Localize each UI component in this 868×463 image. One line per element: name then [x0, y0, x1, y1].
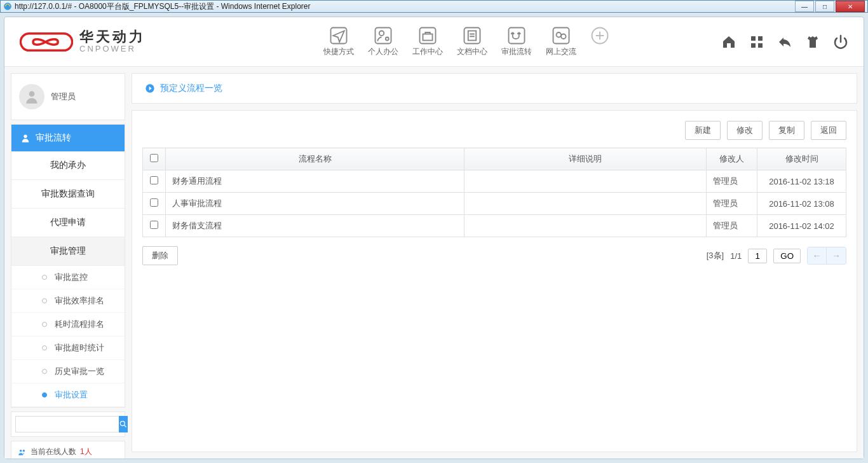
- reply-icon[interactable]: [777, 34, 792, 50]
- svg-point-20: [24, 135, 27, 138]
- th-time: 修改时间: [757, 148, 846, 170]
- table-row: 人事审批流程 管理员 2016-11-02 13:08: [143, 193, 846, 215]
- action-bar: 新建 修改 复制 返回: [142, 121, 846, 140]
- svg-point-12: [557, 32, 562, 38]
- sidebar-menu: 审批流转 我的承办 审批数据查询 代理申请 审批管理 审批监控 审批效率排名 耗…: [11, 124, 125, 408]
- user-gear-icon: [374, 26, 393, 45]
- svg-rect-9: [468, 31, 477, 41]
- pager: [3条] 1/1 GO ← →: [707, 247, 846, 265]
- copy-button[interactable]: 复制: [769, 121, 804, 140]
- plus-circle-icon: [590, 26, 609, 45]
- row-checkbox[interactable]: [150, 221, 158, 229]
- svg-rect-8: [465, 28, 480, 44]
- svg-point-23: [23, 449, 25, 452]
- online-users: 当前在线人数 1人: [11, 441, 125, 459]
- menu-item-data-query[interactable]: 审批数据查询: [11, 180, 125, 209]
- svg-rect-16: [758, 36, 763, 41]
- sub-history[interactable]: 历史审批一览: [11, 360, 125, 384]
- th-checkbox: [143, 148, 166, 170]
- shirt-icon[interactable]: [805, 34, 820, 50]
- avatar: [19, 84, 44, 109]
- back-button[interactable]: 返回: [811, 121, 846, 140]
- nav-center: 快捷方式 个人办公 工作中心 文档中心 审批流转 网上交流: [323, 26, 609, 57]
- svg-point-19: [29, 91, 35, 97]
- search-button[interactable]: [119, 416, 128, 432]
- user-small-icon: [20, 133, 31, 143]
- svg-point-22: [20, 449, 22, 452]
- svg-point-5: [386, 38, 389, 41]
- user-icon: [24, 88, 40, 105]
- search-input[interactable]: [15, 416, 119, 432]
- app-window: 华天动力 CNPOWER 快捷方式 个人办公 工作中心 文档中心: [4, 17, 864, 459]
- pager-input[interactable]: [748, 249, 767, 263]
- logo-text-cn: 华天动力: [79, 30, 146, 44]
- home-icon[interactable]: [721, 34, 736, 50]
- menu-group-manage[interactable]: 审批管理: [11, 237, 125, 266]
- th-name: 流程名称: [166, 148, 465, 170]
- svg-point-21: [120, 421, 125, 425]
- user-name: 管理员: [51, 91, 76, 102]
- menu-header-approval[interactable]: 审批流转: [11, 125, 125, 151]
- content: 预定义流程一览 新建 修改 复制 返回 流程名称 详细说明 修改人: [132, 73, 857, 452]
- sub-time-rank[interactable]: 耗时流程排名: [11, 313, 125, 336]
- new-button[interactable]: 新建: [685, 121, 721, 140]
- row-checkbox[interactable]: [150, 176, 158, 184]
- row-checkbox[interactable]: [150, 198, 158, 207]
- grid-icon[interactable]: [749, 34, 764, 50]
- window-titlebar: http://127.0.0.1/# - OA8000平台版_FPLMYSQL5…: [0, 0, 868, 13]
- nav-personal[interactable]: 个人办公: [368, 26, 398, 57]
- edit-button[interactable]: 修改: [727, 121, 763, 140]
- briefcase-icon: [418, 26, 437, 45]
- sub-efficiency[interactable]: 审批效率排名: [11, 289, 125, 313]
- sidebar: 管理员 审批流转 我的承办 审批数据查询 代理申请 审批管理 审批监控 审批效率…: [11, 73, 125, 452]
- pager-prev-button[interactable]: ←: [808, 247, 827, 264]
- svg-rect-18: [758, 43, 763, 48]
- window-title: http://127.0.0.1/# - OA8000平台版_FPLMYSQL5…: [15, 1, 794, 12]
- sub-monitor[interactable]: 审批监控: [11, 266, 125, 289]
- nav-work[interactable]: 工作中心: [412, 26, 443, 57]
- menu-item-my-handle[interactable]: 我的承办: [11, 151, 125, 180]
- nav-chat[interactable]: 网上交流: [546, 26, 576, 57]
- user-card: 管理员: [11, 73, 125, 120]
- sub-timeout[interactable]: 审批超时统计: [11, 336, 125, 360]
- footer-bar: 删除 [3条] 1/1 GO ← →: [142, 246, 846, 265]
- document-icon: [463, 26, 482, 45]
- search-box: [11, 411, 125, 437]
- nav-docs[interactable]: 文档中心: [457, 26, 487, 57]
- menu-item-proxy-apply[interactable]: 代理申请: [11, 209, 125, 237]
- nav-add[interactable]: [590, 26, 609, 57]
- table-row: 财务借支流程 管理员 2016-11-02 14:02: [143, 215, 846, 237]
- power-icon[interactable]: [833, 34, 848, 50]
- delete-button[interactable]: 删除: [142, 246, 178, 265]
- nav-quick[interactable]: 快捷方式: [323, 26, 354, 57]
- nav-approval[interactable]: 审批流转: [501, 26, 532, 57]
- svg-rect-6: [420, 28, 436, 44]
- sub-settings[interactable]: 审批设置: [11, 384, 125, 407]
- svg-point-4: [379, 31, 384, 36]
- chat-icon: [552, 26, 571, 45]
- panel-title: 预定义流程一览: [132, 73, 857, 104]
- window-minimize-button[interactable]: —: [795, 1, 814, 12]
- svg-rect-15: [751, 36, 756, 41]
- logo-text-en: CNPOWER: [79, 44, 146, 54]
- window-close-button[interactable]: ✕: [836, 1, 865, 12]
- svg-point-13: [561, 34, 566, 39]
- process-table: 流程名称 详细说明 修改人 修改时间 财务通用流程 管理员 2016-11-: [142, 148, 846, 237]
- svg-rect-17: [751, 43, 756, 48]
- nav-right: [721, 34, 848, 50]
- app-header: 华天动力 CNPOWER 快捷方式 个人办公 工作中心 文档中心: [4, 17, 864, 67]
- svg-rect-7: [423, 34, 433, 41]
- arrow-circle-icon: [145, 83, 155, 93]
- th-desc: 详细说明: [465, 148, 707, 170]
- pager-go-button[interactable]: GO: [773, 249, 801, 263]
- window-maximize-button[interactable]: □: [815, 1, 834, 12]
- select-all-checkbox[interactable]: [150, 154, 158, 162]
- table-row: 财务通用流程 管理员 2016-11-02 13:18: [143, 170, 846, 193]
- pager-next-button[interactable]: →: [827, 247, 846, 264]
- logo: 华天动力 CNPOWER: [20, 30, 146, 54]
- svg-rect-10: [509, 28, 525, 44]
- th-modifier: 修改人: [707, 148, 757, 170]
- pager-pages: 1/1: [730, 251, 742, 261]
- paper-plane-icon: [329, 26, 348, 45]
- users-icon: [18, 448, 27, 457]
